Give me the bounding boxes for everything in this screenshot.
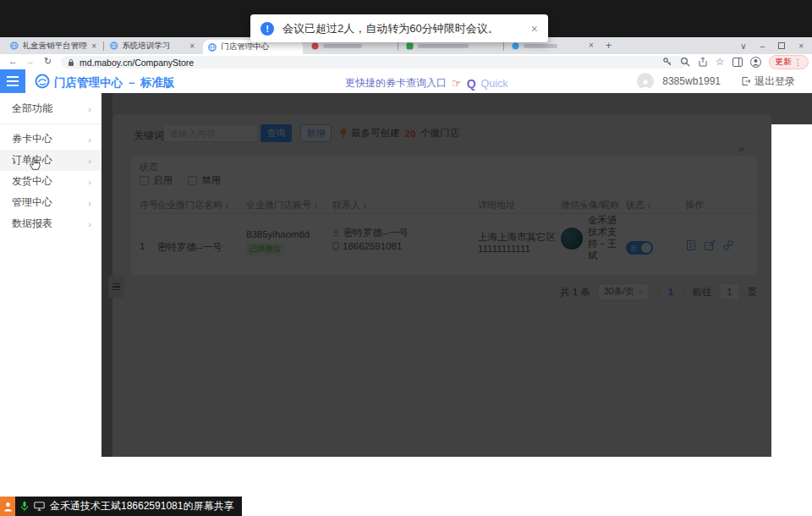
- quick-label[interactable]: Quick: [481, 78, 508, 90]
- status-checkboxes: 启用 禁用: [140, 174, 221, 187]
- sidebar-item-order-center[interactable]: 订单中心 ›: [0, 150, 102, 171]
- sidebar-item-data-reports[interactable]: 数据报表 ›: [0, 213, 102, 234]
- tab-title: 礼盒营销平台管理中心: [23, 41, 88, 52]
- detail-doc-icon[interactable]: [685, 239, 697, 251]
- status-toggle-on[interactable]: 启: [626, 241, 653, 255]
- new-tab-button[interactable]: +: [606, 40, 612, 52]
- profile-icon[interactable]: [750, 57, 761, 68]
- collapse-right-icon[interactable]: »: [738, 142, 744, 155]
- red-favicon: [311, 42, 319, 50]
- col-operation: 操作: [685, 199, 704, 211]
- refresh-icon[interactable]: ↻: [44, 56, 52, 67]
- link-icon[interactable]: [722, 239, 734, 251]
- edit-icon[interactable]: [704, 239, 716, 251]
- screen-share-icon: [34, 502, 45, 511]
- drawer-handle[interactable]: [108, 276, 124, 298]
- logout-button[interactable]: 退出登录: [741, 74, 795, 89]
- tab-title: 门店管理中心: [221, 41, 288, 52]
- user-avatar[interactable]: [637, 73, 654, 90]
- goto-label: 前往: [693, 286, 712, 299]
- sort-icon[interactable]: ▲▼: [363, 202, 367, 209]
- screen: 礼盒营销平台管理中心 × 系统培训学习 × 门店管理中心 × +: [0, 0, 812, 516]
- chevron-right-icon: ›: [88, 198, 91, 208]
- store-account: 8385yihaomtld: [246, 229, 310, 239]
- tab-separator: [103, 41, 104, 51]
- meeting-toast: ! 会议已超过2人，自动转为60分钟限时会议。 ×: [250, 14, 548, 42]
- prev-page-button[interactable]: ‹: [656, 286, 660, 299]
- address-line1: 上海上海市其它区: [478, 231, 556, 244]
- col-contact[interactable]: 联系人▲▼: [332, 199, 367, 211]
- sidebar-item-voucher-center[interactable]: 券卡中心 ›: [0, 129, 102, 150]
- sidebar-item-label: 发货中心: [12, 174, 52, 189]
- checkbox-disabled[interactable]: 禁用: [188, 174, 221, 187]
- row-index: 1: [140, 241, 145, 251]
- meeting-app-icon[interactable]: [0, 497, 15, 516]
- window-close-button[interactable]: ×: [798, 41, 804, 51]
- minimize-button[interactable]: –: [760, 41, 765, 51]
- store-list-card: 状态 启用 禁用 序号 企业微门店名称▲▼ 企业微门店账号▲▼ 联系人▲▼: [131, 156, 757, 275]
- address-bar[interactable]: md.maboy.cn/CompanyStore: [61, 56, 687, 69]
- add-button[interactable]: 新增: [300, 124, 332, 142]
- chevron-right-icon: ›: [88, 219, 91, 229]
- sidebar-item-shipping-center[interactable]: 发货中心 ›: [0, 171, 102, 192]
- bookmark-star-icon[interactable]: ☆: [716, 57, 725, 67]
- more-icon[interactable]: ⋮: [794, 58, 803, 67]
- col-status[interactable]: 状态▲▼: [626, 199, 651, 211]
- zoom-icon[interactable]: [680, 57, 690, 67]
- lock-icon: [68, 58, 74, 67]
- sidebar: 全部功能 › 券卡中心 › 订单中心 › 发货中心 › 管理中心 › 数据报表 …: [0, 93, 102, 516]
- back-icon[interactable]: ←: [8, 56, 18, 66]
- tab-close-icon[interactable]: ×: [189, 41, 195, 51]
- bulb-icon: [339, 128, 348, 139]
- pointing-finger-icon: ☞: [452, 77, 462, 90]
- browser-tab-gift-platform[interactable]: 礼盒营销平台管理中心 ×: [5, 37, 102, 54]
- tab-separator: [398, 41, 398, 51]
- share-icon[interactable]: [698, 57, 708, 67]
- contact-name: 密特罗德--一号: [343, 227, 409, 239]
- globe-favicon: [110, 41, 118, 50]
- key-icon[interactable]: [662, 57, 672, 67]
- pagination: 共 1 条 30条/页 ∨ ‹ 1 › 前往 页: [131, 283, 757, 300]
- sort-icon[interactable]: ▲▼: [225, 202, 229, 209]
- toast-message: 会议已超过2人，自动转为60分钟限时会议。: [283, 21, 499, 36]
- col-store-name[interactable]: 企业微门店名称▲▼: [157, 199, 229, 211]
- next-page-button[interactable]: ›: [681, 286, 684, 299]
- select-caret-icon: ∨: [639, 288, 644, 296]
- sidebar-item-all-functions[interactable]: 全部功能 ›: [0, 98, 102, 119]
- address-line2: 11111111111: [478, 244, 530, 254]
- goto-page-input[interactable]: [720, 283, 740, 300]
- tab-title: 系统培训学习: [122, 41, 185, 52]
- wechat-nickname: 金禾通技术支持－王斌: [588, 214, 623, 261]
- logout-icon: [741, 76, 751, 86]
- chrome-update-button[interactable]: 更新 ⋮: [769, 55, 809, 69]
- keyword-input[interactable]: [163, 124, 258, 142]
- sort-icon[interactable]: ▲▼: [647, 202, 651, 209]
- search-button[interactable]: 查询: [261, 124, 292, 142]
- toast-close-icon[interactable]: ×: [531, 22, 538, 36]
- sidebar-item-label: 全部功能: [12, 102, 52, 116]
- dimmed-page-strip: [102, 93, 112, 457]
- current-page[interactable]: 1: [668, 287, 673, 297]
- app-title: 门店管理中心 － 标准版: [54, 75, 175, 91]
- row-operations: [685, 239, 734, 251]
- tab-close-icon[interactable]: ×: [91, 41, 96, 51]
- checkbox-box[interactable]: [140, 176, 149, 185]
- tab-close-icon[interactable]: ×: [589, 41, 594, 50]
- tab-search-icon[interactable]: ∨: [740, 41, 746, 51]
- col-account[interactable]: 企业微门店账号▲▼: [246, 199, 318, 211]
- browser-toolbar: ← → ↻ md.maboy.cn/CompanyStore ☆ 更新 ⋮: [0, 54, 812, 69]
- globe-favicon: [208, 43, 217, 52]
- checkbox-box[interactable]: [188, 176, 197, 185]
- sidebar-item-management-center[interactable]: 管理中心 ›: [0, 192, 102, 213]
- maximize-button[interactable]: [778, 42, 785, 49]
- quick-entry-link[interactable]: 更快捷的券卡查询入口: [345, 76, 447, 91]
- sort-icon[interactable]: ▲▼: [314, 202, 318, 209]
- page-size-select[interactable]: 30条/页 ∨: [598, 283, 649, 300]
- checkbox-enabled[interactable]: 启用: [140, 174, 173, 187]
- browser-tab-training[interactable]: 系统培训学习 ×: [105, 37, 200, 54]
- side-panel-icon[interactable]: [732, 58, 743, 67]
- chevron-right-icon: ›: [88, 134, 91, 145]
- goto-unit: 页: [748, 286, 758, 299]
- hamburger-menu-button[interactable]: [0, 69, 25, 93]
- search-q-icon[interactable]: Q: [467, 77, 476, 91]
